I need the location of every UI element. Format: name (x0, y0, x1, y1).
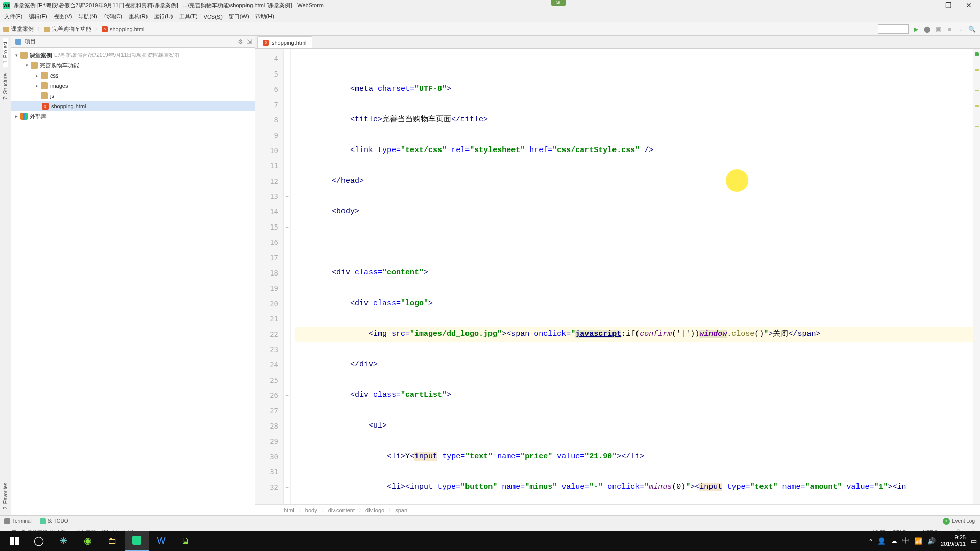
tree-arrow-icon[interactable]: ▾ (26, 63, 31, 68)
tree-arrow-icon[interactable]: ▸ (36, 73, 41, 78)
code-editor[interactable]: <meta charset="UTF-8"> <title>完善当当购物车页面<… (291, 49, 973, 504)
tray-ime-icon[interactable]: 中 (902, 536, 909, 545)
tree-folder[interactable]: ▾ 完善购物车功能 (11, 60, 255, 70)
tree-root[interactable]: ▾ 课堂案例 E:\粤嵌\暑假合7班\2019年9月11日视频和资料\课堂案例 (11, 50, 255, 60)
coverage-button[interactable]: ▣ (934, 25, 942, 33)
menu-run[interactable]: 运行(U) (151, 13, 176, 20)
tab-structure[interactable]: 7: Structure (3, 69, 8, 104)
run-button[interactable]: ▶ (912, 25, 920, 33)
tree-label: images (50, 83, 68, 89)
menu-view[interactable]: 视图(V) (51, 13, 76, 20)
tray-wifi-icon[interactable]: 📶 (914, 537, 922, 545)
status-marker (975, 52, 979, 56)
breadcrumb-sep: 〉 (95, 26, 100, 33)
tree-folder-js[interactable]: ▸ js (11, 91, 255, 101)
menu-vcs[interactable]: VCS(S) (201, 14, 226, 20)
windows-logo-icon (10, 537, 19, 545)
menu-code[interactable]: 代码(C) (101, 13, 126, 20)
notifications-button[interactable]: ▭ (971, 537, 977, 545)
stop-button[interactable]: ■ (945, 25, 953, 33)
windows-taskbar: ◯ ✳ ◉ 🗀 W 🗎 ^ 👤 ☁ 中 📶 🔊 9:25 2019/9/11 ▭ (0, 531, 980, 551)
tree-arrow-icon[interactable]: ▸ (15, 114, 20, 119)
window-title: 课堂案例 [E:\粤嵌\暑假合7班\2019年9月11日视频和资料\课堂案例] … (13, 2, 324, 9)
menu-edit[interactable]: 编辑(E) (26, 13, 51, 20)
start-button[interactable] (2, 531, 27, 551)
tray-people-icon[interactable]: 👤 (877, 537, 886, 545)
tab-terminal[interactable]: Terminal (4, 518, 32, 524)
crumb-html[interactable]: html (284, 507, 295, 513)
cortana-button[interactable]: ◯ (27, 531, 51, 551)
search-button[interactable]: 🔍 (968, 25, 976, 33)
taskbar-app[interactable]: ◉ (76, 531, 100, 551)
tray-chevron-icon[interactable]: ^ (869, 537, 872, 545)
tree-external-libs[interactable]: ▸ 外部库 (11, 111, 255, 121)
vcs-update-button[interactable]: ↓ (957, 25, 965, 33)
taskbar-clock[interactable]: 9:25 2019/9/11 (941, 534, 966, 547)
crumb-div-content[interactable]: div.content (328, 507, 355, 513)
tree-folder-css[interactable]: ▸ css (11, 70, 255, 81)
folder-icon (41, 82, 48, 89)
menu-refactor[interactable]: 重构(R) (126, 13, 151, 20)
crumb-div-logo[interactable]: div.logo (365, 507, 384, 513)
run-config-select[interactable] (878, 24, 909, 34)
breadcrumb-label: 课堂案例 (11, 25, 34, 33)
collapse-icon[interactable]: ⇲ (247, 38, 252, 45)
taskbar-app[interactable]: 🗎 (174, 531, 198, 551)
menu-bar: 文件(F) 编辑(E) 视图(V) 导航(N) 代码(C) 重构(R) 运行(U… (0, 11, 980, 22)
tab-todo[interactable]: 6: TODO (40, 518, 68, 524)
maximize-button[interactable]: ❐ (938, 0, 959, 10)
fold-gutter: –––––––––––––– (284, 49, 291, 504)
breadcrumb-file[interactable]: 5shopping.html (102, 26, 145, 32)
breadcrumb-root[interactable]: 课堂案例 (3, 25, 34, 33)
tray-cloud-icon[interactable]: ☁ (891, 537, 897, 545)
breadcrumb-folder[interactable]: 完善购物车功能 (44, 25, 91, 33)
file-explorer-button[interactable]: 🗀 (100, 531, 125, 551)
close-button[interactable]: ✕ (959, 0, 979, 10)
html-icon: 5 (263, 40, 269, 46)
webstorm-taskbar-button[interactable] (125, 531, 149, 551)
project-tree[interactable]: ▾ 课堂案例 E:\粤嵌\暑假合7班\2019年9月11日视频和资料\课堂案例 … (11, 48, 255, 515)
marker-strip[interactable] (973, 49, 980, 504)
warning-marker (975, 90, 979, 91)
tree-arrow-icon[interactable]: ▸ (36, 83, 41, 88)
menu-window[interactable]: 窗口(W) (226, 13, 252, 20)
tab-project[interactable]: 1: Project (3, 38, 8, 67)
gear-icon[interactable]: ⚙ (238, 38, 243, 45)
project-header: 项目 ⚙ ⇲ (11, 36, 255, 48)
minimize-button[interactable]: — (918, 0, 938, 10)
editor-tabs: 5 shopping.html (255, 36, 980, 49)
menu-tools[interactable]: 工具(T) (176, 13, 201, 20)
clock-date: 2019/9/11 (941, 541, 966, 547)
todo-icon (40, 518, 46, 524)
breadcrumb-label: shopping.html (110, 26, 145, 32)
tree-label: js (50, 93, 54, 99)
left-tool-tabs: 1: Project 7: Structure 2: Favorites (0, 36, 11, 515)
tree-arrow-icon[interactable]: ▾ (15, 53, 20, 58)
crumb-span[interactable]: span (395, 507, 407, 513)
tree-file-shopping[interactable]: 5 shopping.html (11, 101, 255, 111)
taskbar-app[interactable]: ✳ (51, 531, 76, 551)
menu-navigate[interactable]: 导航(N) (75, 13, 100, 20)
project-panel: 项目 ⚙ ⇲ ▾ 课堂案例 E:\粤嵌\暑假合7班\2019年9月11日视频和资… (11, 36, 255, 515)
tree-label: 完善购物车功能 (40, 62, 79, 69)
tray-speaker-icon[interactable]: 🔊 (927, 537, 936, 545)
menu-help[interactable]: 帮助(H) (252, 13, 277, 20)
folder-icon (3, 27, 9, 32)
taskbar-app[interactable]: W (149, 531, 174, 551)
debug-button[interactable]: ⬤ (923, 25, 931, 33)
line-gutter: 4567891011121314151617181920212223242526… (255, 49, 284, 504)
folder-icon (44, 27, 50, 32)
editor-body[interactable]: 4567891011121314151617181920212223242526… (255, 49, 980, 504)
editor-tab-shopping[interactable]: 5 shopping.html (257, 36, 312, 48)
event-log-button[interactable]: 1 Event Log (943, 518, 975, 525)
crumb-body[interactable]: body (305, 507, 317, 513)
terminal-icon (4, 518, 10, 524)
menu-file[interactable]: 文件(F) (1, 13, 26, 20)
tab-favorites[interactable]: 2: Favorites (3, 479, 8, 513)
tree-root-path: E:\粤嵌\暑假合7班\2019年9月11日视频和资料\课堂案例 (54, 52, 179, 59)
window-titlebar: WS 课堂案例 [E:\粤嵌\暑假合7班\2019年9月11日视频和资料\课堂案… (0, 0, 980, 11)
clock-time: 9:25 (941, 534, 966, 541)
tree-folder-images[interactable]: ▸ images (11, 81, 255, 91)
editor-area: 5 shopping.html 456789101112131415161718… (255, 36, 980, 515)
si-badge: SI (551, 0, 566, 6)
